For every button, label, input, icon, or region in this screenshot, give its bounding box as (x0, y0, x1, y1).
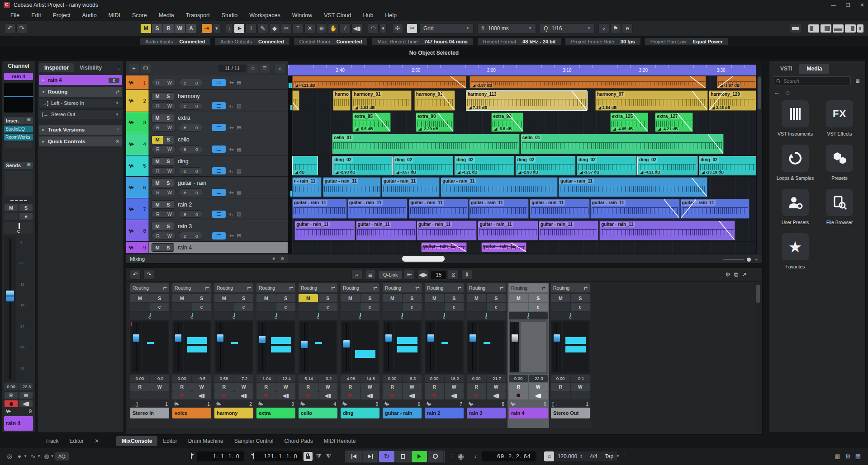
strip-record-enable-button[interactable] (425, 391, 444, 399)
audio-event[interactable]: guitar - rain_11 (347, 199, 408, 219)
strip-name[interactable]: Stereo In (130, 408, 169, 418)
strip-routing-header[interactable]: Routing⇄ (299, 283, 337, 292)
strip-mute-button[interactable]: M (467, 294, 486, 302)
object-selection-combo-icon[interactable]: ⁞ (226, 23, 233, 33)
mixer-sliders-icon[interactable]: ⫞⫟ (228, 211, 234, 217)
fade-handle-line[interactable] (451, 243, 466, 252)
track-freeze-button[interactable]: o (191, 232, 203, 239)
sends-bypass-icon[interactable]: ▣ (24, 162, 33, 169)
menu-studio[interactable]: Studio (216, 12, 243, 19)
track-write-button[interactable]: W (164, 79, 175, 86)
status-record-format[interactable]: Record Format48 kHz - 24 bit (478, 38, 561, 45)
strip-edit-button[interactable]: e (487, 303, 506, 311)
fade-handle-line[interactable] (717, 76, 733, 88)
fade-handle-line[interactable] (681, 199, 696, 218)
track-edit-button[interactable]: e (179, 168, 191, 174)
audio-event[interactable]: ding_02◢ -2.93 dB (516, 156, 575, 175)
strip-routing-header[interactable]: Routing⇄ (172, 283, 211, 292)
fade-handle-line[interactable] (677, 113, 693, 132)
curve-tool-icon[interactable]: ◠ (368, 23, 379, 33)
track-write-button[interactable]: W (164, 146, 175, 153)
strip-name[interactable]: guitar - rain (383, 408, 422, 418)
search-tracks-icon[interactable]: ⌕ (275, 64, 285, 73)
menu-midi[interactable]: MIDI (103, 12, 126, 19)
channel-record-enable-button[interactable] (4, 400, 18, 408)
track-row-rain-3[interactable]: 8MSrain 3RWeo⫞⫟▤ (126, 220, 288, 242)
strip-level-value[interactable]: 0.00 (130, 375, 149, 382)
strip-peak-value[interactable]: -0.0 (150, 375, 169, 382)
mixer-strip-rain-3[interactable]: Routing⇄MSeC0.00-21.7RW◀▮8rain 3 (465, 283, 507, 428)
fade-handle-line[interactable] (708, 134, 723, 154)
strip-level-value[interactable]: 0.00 (425, 375, 444, 382)
audio-event[interactable] (292, 90, 299, 111)
strip-pan-control[interactable]: C (509, 312, 548, 319)
strip-fader[interactable] (258, 322, 267, 372)
strip-solo-button[interactable]: S (192, 294, 212, 302)
audio-event[interactable]: ◢ -3.57 dB (470, 76, 706, 89)
monitor-speaker-icon[interactable]: ▤ (237, 103, 241, 109)
strip-listen-button[interactable] (467, 303, 486, 311)
audio-event[interactable]: harmony_129◢ 3.48 dB (709, 90, 756, 111)
strip-mute-button[interactable]: M (425, 294, 444, 302)
minimize-button[interactable]: — (831, 2, 836, 8)
status-audio-outputs[interactable]: Audio OutputsConnected (215, 38, 289, 45)
status-max-record-time[interactable]: Max. Record Time747 hours 04 mins (372, 38, 473, 45)
strip-level-value[interactable]: -4.98 (341, 375, 360, 382)
track-read-button[interactable]: R (152, 79, 164, 86)
strip-level-value[interactable]: 0.00 (467, 375, 486, 382)
strip-fader[interactable] (426, 322, 435, 372)
automation-r-button[interactable]: R (163, 23, 174, 33)
channel-solo-button[interactable]: S (19, 204, 33, 211)
fade-handle-line[interactable] (692, 178, 707, 197)
audio-event[interactable]: extra_85◢ -5.5 dB (352, 113, 390, 132)
fader-cap[interactable] (469, 334, 476, 342)
strip-read-button[interactable]: R (425, 383, 444, 391)
strip-peak-value[interactable]: -22.3 (529, 375, 548, 382)
track-freeze-button[interactable]: o (191, 211, 203, 217)
strip-mute-button[interactable]: M (341, 294, 360, 302)
strip-level-value[interactable]: -5.14 (299, 375, 318, 382)
close-left-tab-icon[interactable]: ✕ (89, 436, 104, 446)
strip-solo-button[interactable]: S (318, 294, 338, 302)
track-row-rain-2[interactable]: 7MSrain 2RWeo⫞⫟▤ (126, 198, 288, 220)
fade-handle-line[interactable] (292, 91, 299, 110)
close-button[interactable]: ✕ (860, 2, 864, 8)
snap-toggle-icon[interactable]: ✣ (392, 23, 403, 33)
strip-name[interactable]: rain 2 (425, 408, 464, 418)
inspector-menu-icon[interactable]: ≡ (111, 63, 122, 73)
go-to-end-button[interactable] (363, 451, 378, 462)
mixer-scrollbar[interactable] (755, 283, 761, 431)
audio-event[interactable]: ding_02◢ -3.57 dB (577, 156, 636, 175)
media-back-icon[interactable]: ← (774, 89, 780, 96)
insert-slot-studioeq[interactable]: StudioEQ (4, 126, 33, 132)
strip-edit-button[interactable]: e (403, 303, 422, 311)
audio-event[interactable]: guitar - rain_11 (481, 242, 527, 252)
monitor-speaker-icon[interactable]: ▤ (237, 80, 241, 85)
strip-pan-control[interactable]: C (256, 312, 295, 319)
mixer-sliders-icon[interactable]: ⫞⫟ (228, 168, 234, 174)
strip-solo-button[interactable]: S (234, 294, 254, 302)
strip-listen-button[interactable] (130, 303, 150, 311)
channel-peak-value[interactable]: -22.3 (19, 383, 33, 390)
track-write-button[interactable]: W (164, 103, 175, 109)
record-enable-button[interactable] (212, 232, 226, 240)
track-row-extra[interactable]: 3MSextraRWeo⫞⫟▤ (126, 112, 288, 133)
mute-tool[interactable]: ✕ (304, 23, 315, 33)
strip-solo-button[interactable]: S (276, 294, 296, 302)
menu-audio[interactable]: Audio (76, 12, 103, 19)
strip-pan-control[interactable]: C (299, 312, 337, 319)
strip-fader[interactable] (384, 322, 393, 372)
strip-level-value[interactable]: 0.00 (551, 375, 570, 382)
track-freeze-button[interactable]: o (191, 124, 203, 131)
mix-settings-gear-icon[interactable]: ⚙ (725, 271, 730, 278)
audio-event[interactable]: guitar - rain_11 (421, 242, 467, 252)
audio-event[interactable]: ◢ -4.21 dB (292, 76, 466, 89)
strip-peak-value[interactable]: -9.5 (192, 375, 211, 382)
strip-monitor-button[interactable]: ◀▮ (445, 391, 464, 399)
audio-event[interactable]: ding_02◢ -13.19 dB (699, 156, 756, 175)
strip-pan-control[interactable]: C (214, 312, 253, 319)
media-search-box[interactable] (773, 76, 851, 85)
tab-inspector[interactable]: Inspector (39, 63, 74, 72)
fade-handle-line[interactable] (572, 91, 587, 110)
track-write-button[interactable]: W (164, 211, 175, 217)
